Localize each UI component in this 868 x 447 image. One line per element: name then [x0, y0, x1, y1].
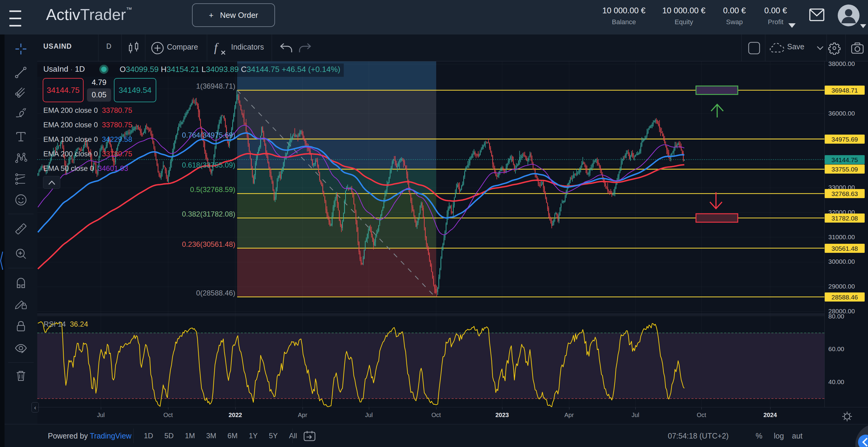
- svg-text:f: f: [214, 40, 219, 54]
